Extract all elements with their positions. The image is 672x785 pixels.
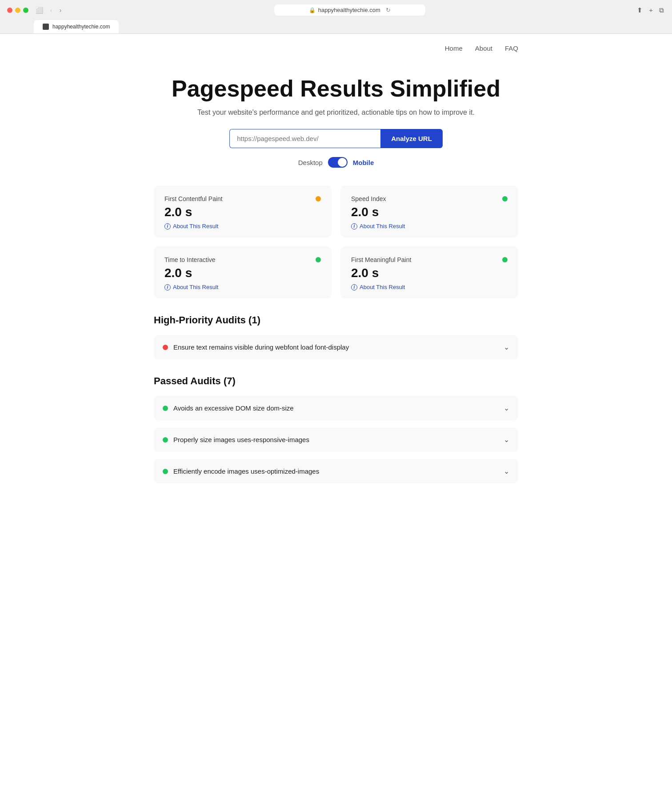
info-icon-fmp: i	[351, 284, 357, 290]
metric-fmp-about-label: About This Result	[360, 284, 405, 290]
metric-tti-title: Time to Interactive	[164, 256, 216, 263]
address-bar-container: 🔒 happyhealthytechie.com ↻	[68, 4, 631, 16]
metric-fcp-dot	[316, 196, 321, 201]
audit-item-dom-size[interactable]: Avoids an excessive DOM size dom-size ⌄	[154, 396, 518, 420]
tab-favicon	[43, 24, 49, 30]
high-priority-section: High-Priority Audits (1) Ensure text rem…	[154, 314, 518, 359]
browser-controls: ⬜ ‹ ›	[34, 6, 63, 15]
info-icon-si: i	[351, 223, 357, 229]
metrics-grid: First Contentful Paint 2.0 s i About Thi…	[154, 185, 518, 298]
metric-fcp-about-label: About This Result	[173, 223, 218, 229]
hero-subtitle: Test your website's performance and get …	[154, 109, 518, 117]
metric-fcp-title: First Contentful Paint	[164, 195, 223, 202]
device-toggle[interactable]	[328, 157, 348, 168]
toggle-knob	[338, 158, 347, 167]
audit-text-font-display: Ensure text remains visible during webfo…	[173, 343, 349, 351]
audit-item-left: Ensure text remains visible during webfo…	[163, 343, 349, 351]
traffic-lights	[7, 8, 28, 13]
passed-audits-section: Passed Audits (7) Avoids an excessive DO…	[154, 375, 518, 483]
metric-fmp-value: 2.0 s	[351, 266, 508, 280]
close-button[interactable]	[7, 8, 12, 13]
audit-text-dom-size: Avoids an excessive DOM size dom-size	[173, 404, 294, 412]
chevron-down-icon-dom: ⌄	[504, 404, 509, 412]
metric-fmp-dot	[502, 257, 508, 262]
main-nav: Home About FAQ	[136, 34, 536, 63]
metric-fcp-header: First Contentful Paint	[164, 195, 321, 202]
tab-title: happyhealthytechie.com	[52, 24, 110, 30]
audit-item-optimized-images[interactable]: Efficiently encode images uses-optimized…	[154, 459, 518, 483]
metric-tti-header: Time to Interactive	[164, 256, 321, 263]
browser-chrome: ⬜ ‹ › 🔒 happyhealthytechie.com ↻ ⬆ + ⧉ h…	[0, 0, 672, 34]
info-icon: i	[164, 223, 171, 229]
high-priority-title: High-Priority Audits (1)	[154, 314, 518, 326]
url-input[interactable]: https://pagespeed.web.dev/	[229, 129, 380, 148]
browser-tabs: happyhealthytechie.com	[7, 20, 665, 33]
metric-si-about[interactable]: i About This Result	[351, 223, 508, 229]
page-title: Pagespeed Results Simplified	[154, 76, 518, 101]
audit-text-responsive-images: Properly size images uses-responsive-ima…	[173, 436, 309, 443]
metric-tti-dot	[316, 257, 321, 262]
minimize-button[interactable]	[15, 8, 20, 13]
audit-dot-red	[163, 345, 168, 350]
metric-si-header: Speed Index	[351, 195, 508, 202]
audit-dot-green-dom	[163, 406, 168, 411]
analyze-button[interactable]: Analyze URL	[380, 129, 443, 148]
chevron-down-icon-resp: ⌄	[504, 435, 509, 444]
passed-audits-title: Passed Audits (7)	[154, 375, 518, 387]
audit-item-responsive-images[interactable]: Properly size images uses-responsive-ima…	[154, 427, 518, 452]
metric-tti: Time to Interactive 2.0 s i About This R…	[154, 246, 332, 298]
chevron-down-icon: ⌄	[504, 343, 509, 351]
nav-faq[interactable]: FAQ	[505, 44, 518, 52]
nav-about[interactable]: About	[475, 44, 492, 52]
url-form: https://pagespeed.web.dev/ Analyze URL	[154, 129, 518, 148]
audit-dot-green-resp	[163, 437, 168, 443]
metric-fcp: First Contentful Paint 2.0 s i About Thi…	[154, 185, 332, 238]
new-tab-button[interactable]: +	[648, 5, 654, 15]
nav-home[interactable]: Home	[445, 44, 463, 52]
page-content: Pagespeed Results Simplified Test your w…	[136, 63, 536, 526]
metric-si-title: Speed Index	[351, 195, 386, 202]
metric-fcp-value: 2.0 s	[164, 205, 321, 219]
audit-item-font-display[interactable]: Ensure text remains visible during webfo…	[154, 335, 518, 359]
device-toggle-row: Desktop Mobile	[154, 157, 518, 168]
address-bar[interactable]: 🔒 happyhealthytechie.com ↻	[274, 4, 425, 16]
audit-text-optimized-images: Efficiently encode images uses-optimized…	[173, 467, 319, 475]
address-text: happyhealthytechie.com	[318, 7, 380, 13]
browser-actions: ⬆ + ⧉	[636, 5, 665, 15]
mobile-label: Mobile	[353, 159, 374, 166]
active-tab[interactable]: happyhealthytechie.com	[34, 20, 119, 33]
tabs-overview-button[interactable]: ⧉	[658, 5, 665, 15]
metric-si: Speed Index 2.0 s i About This Result	[340, 185, 518, 238]
audit-dot-green-opt	[163, 469, 168, 474]
info-icon-tti: i	[164, 284, 171, 290]
lock-icon: 🔒	[309, 7, 316, 13]
metric-si-value: 2.0 s	[351, 205, 508, 219]
share-button[interactable]: ⬆	[636, 5, 644, 15]
metric-tti-value: 2.0 s	[164, 266, 321, 280]
back-button[interactable]: ‹	[48, 6, 54, 15]
metric-si-dot	[502, 196, 508, 201]
metric-tti-about[interactable]: i About This Result	[164, 284, 321, 290]
metric-tti-about-label: About This Result	[173, 284, 218, 290]
metric-fcp-about[interactable]: i About This Result	[164, 223, 321, 229]
metric-fmp-title: First Meaningful Paint	[351, 256, 411, 263]
forward-button[interactable]: ›	[58, 6, 64, 15]
reload-icon: ↻	[386, 7, 391, 13]
audit-item-resp-left: Properly size images uses-responsive-ima…	[163, 436, 309, 443]
hero-section: Pagespeed Results Simplified Test your w…	[154, 63, 518, 185]
audit-item-opt-left: Efficiently encode images uses-optimized…	[163, 467, 319, 475]
maximize-button[interactable]	[23, 8, 28, 13]
metric-fmp-about[interactable]: i About This Result	[351, 284, 508, 290]
desktop-label: Desktop	[298, 159, 323, 166]
metric-fmp-header: First Meaningful Paint	[351, 256, 508, 263]
audit-item-dom-left: Avoids an excessive DOM size dom-size	[163, 404, 294, 412]
sidebar-toggle-button[interactable]: ⬜	[34, 6, 45, 15]
metric-si-about-label: About This Result	[360, 223, 405, 229]
chevron-down-icon-opt: ⌄	[504, 467, 509, 475]
metric-fmp: First Meaningful Paint 2.0 s i About Thi…	[340, 246, 518, 298]
